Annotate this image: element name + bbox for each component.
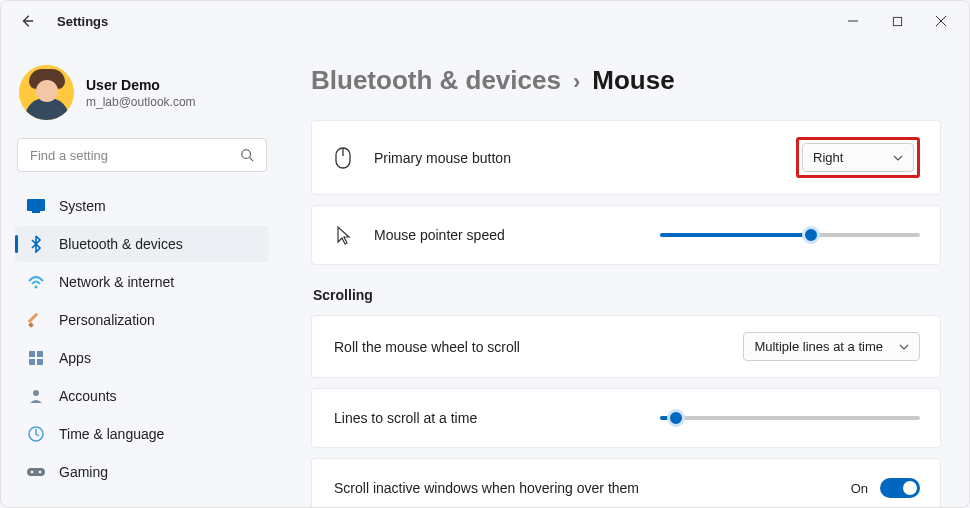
network-icon	[27, 273, 45, 291]
content: Bluetooth & devices › Mouse Primary mous…	[283, 41, 969, 507]
svg-rect-7	[27, 199, 45, 211]
sidebar-item-label: Bluetooth & devices	[59, 236, 183, 252]
chevron-down-icon	[893, 155, 903, 161]
lines-scroll-slider[interactable]	[660, 408, 920, 428]
inactive-windows-toggle[interactable]	[880, 478, 920, 498]
setting-label: Roll the mouse wheel to scroll	[334, 339, 520, 355]
svg-point-16	[33, 390, 39, 396]
setting-pointer-speed: Mouse pointer speed	[311, 205, 941, 265]
sidebar-item-time-language[interactable]: Time & language	[15, 416, 269, 452]
toggle-state-text: On	[851, 481, 868, 496]
cursor-icon	[332, 225, 354, 245]
pointer-speed-slider[interactable]	[660, 225, 920, 245]
setting-inactive-windows: Scroll inactive windows when hovering ov…	[311, 458, 941, 507]
breadcrumb: Bluetooth & devices › Mouse	[311, 65, 941, 96]
svg-rect-13	[37, 351, 43, 357]
svg-rect-15	[37, 359, 43, 365]
avatar	[19, 65, 74, 120]
svg-rect-2	[893, 17, 901, 25]
sidebar-item-label: Network & internet	[59, 274, 174, 290]
sidebar-item-bluetooth-devices[interactable]: Bluetooth & devices	[15, 226, 269, 262]
sidebar-item-label: System	[59, 198, 106, 214]
sidebar-item-apps[interactable]: Apps	[15, 340, 269, 376]
svg-point-5	[242, 150, 251, 159]
svg-rect-8	[32, 211, 40, 213]
accounts-icon	[27, 387, 45, 405]
apps-icon	[27, 349, 45, 367]
back-button[interactable]	[17, 14, 37, 28]
user-email: m_lab@outlook.com	[86, 95, 196, 109]
sidebar-item-gaming[interactable]: Gaming	[15, 454, 269, 490]
search-icon	[240, 148, 254, 162]
svg-point-9	[35, 286, 38, 289]
close-button[interactable]	[919, 5, 963, 37]
mouse-icon	[332, 147, 354, 169]
sidebar-item-personalization[interactable]: Personalization	[15, 302, 269, 338]
setting-primary-mouse-button: Primary mouse button Right	[311, 120, 941, 195]
sidebar-item-label: Accounts	[59, 388, 117, 404]
chevron-right-icon: ›	[573, 69, 580, 95]
breadcrumb-parent[interactable]: Bluetooth & devices	[311, 65, 561, 96]
roll-wheel-dropdown[interactable]: Multiple lines at a time	[743, 332, 920, 361]
chevron-down-icon	[899, 344, 909, 350]
user-profile[interactable]: User Demo m_lab@outlook.com	[19, 65, 267, 120]
setting-lines-scroll: Lines to scroll at a time	[311, 388, 941, 448]
svg-line-6	[250, 158, 254, 162]
sidebar: User Demo m_lab@outlook.com System Bluet…	[1, 41, 283, 507]
svg-rect-10	[28, 322, 34, 328]
dropdown-value: Multiple lines at a time	[754, 339, 883, 354]
section-title-scrolling: Scrolling	[313, 287, 941, 303]
primary-button-dropdown[interactable]: Right	[802, 143, 914, 172]
sidebar-item-label: Personalization	[59, 312, 155, 328]
sidebar-item-label: Apps	[59, 350, 91, 366]
system-icon	[27, 197, 45, 215]
window-title: Settings	[57, 14, 108, 29]
page-title: Mouse	[592, 65, 674, 96]
svg-rect-14	[29, 359, 35, 365]
titlebar: Settings	[1, 1, 969, 41]
sidebar-item-network[interactable]: Network & internet	[15, 264, 269, 300]
setting-roll-wheel: Roll the mouse wheel to scroll Multiple …	[311, 315, 941, 378]
search-input[interactable]	[30, 148, 240, 163]
user-name: User Demo	[86, 77, 196, 93]
setting-label: Mouse pointer speed	[374, 227, 505, 243]
maximize-button[interactable]	[875, 5, 919, 37]
dropdown-value: Right	[813, 150, 843, 165]
gaming-icon	[27, 463, 45, 481]
sidebar-item-accounts[interactable]: Accounts	[15, 378, 269, 414]
setting-label: Lines to scroll at a time	[334, 410, 477, 426]
svg-rect-12	[29, 351, 35, 357]
minimize-button[interactable]	[831, 5, 875, 37]
nav: System Bluetooth & devices Network & int…	[15, 188, 269, 490]
svg-point-19	[31, 471, 34, 474]
search-box[interactable]	[17, 138, 267, 172]
svg-rect-18	[27, 468, 45, 476]
personalization-icon	[27, 311, 45, 329]
setting-label: Scroll inactive windows when hovering ov…	[334, 480, 639, 496]
setting-label: Primary mouse button	[374, 150, 511, 166]
sidebar-item-label: Time & language	[59, 426, 164, 442]
bluetooth-icon	[27, 235, 45, 253]
sidebar-item-label: Gaming	[59, 464, 108, 480]
time-language-icon	[27, 425, 45, 443]
highlight-annotation: Right	[796, 137, 920, 178]
svg-rect-11	[28, 313, 39, 324]
sidebar-item-system[interactable]: System	[15, 188, 269, 224]
svg-point-20	[39, 471, 42, 474]
